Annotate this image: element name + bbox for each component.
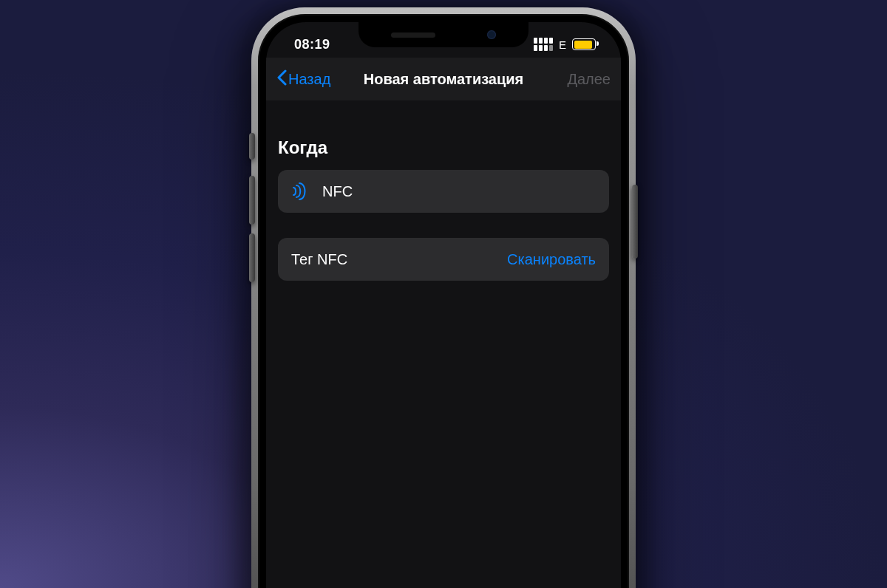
nav-bar: Назад Новая автоматизация Далее [266, 58, 621, 100]
next-button[interactable]: Далее [567, 71, 611, 88]
phone-device: 08:19 E [244, 7, 643, 588]
section-title-when: Когда [278, 137, 609, 158]
nav-title: Новая автоматизация [364, 71, 523, 88]
signal-icon [534, 38, 553, 51]
battery-fill [574, 41, 592, 49]
trigger-nfc-row[interactable]: NFC [278, 170, 609, 213]
phone-volume-down-button [249, 233, 255, 282]
phone-volume-up-button [249, 176, 255, 225]
earpiece-speaker [391, 33, 435, 38]
phone-mute-switch [249, 133, 255, 160]
battery-icon [572, 38, 596, 50]
nfc-tag-label: Тег NFC [291, 251, 347, 268]
chevron-left-icon [276, 69, 287, 89]
scan-button[interactable]: Сканировать [507, 251, 596, 268]
nfc-icon [291, 182, 309, 200]
phone-notch [358, 22, 529, 47]
network-type-label: E [559, 38, 566, 51]
back-label: Назад [288, 71, 330, 88]
content-area: Когда NFC Тег NFC Скан [266, 100, 621, 588]
status-time: 08:19 [294, 37, 330, 52]
front-camera [487, 30, 496, 39]
nfc-tag-row[interactable]: Тег NFC Сканировать [278, 238, 609, 281]
back-button[interactable]: Назад [276, 69, 330, 89]
phone-screen: 08:19 E [266, 22, 621, 588]
trigger-nfc-label: NFC [322, 183, 353, 200]
status-icons: E [534, 38, 596, 51]
phone-power-button [632, 185, 638, 259]
